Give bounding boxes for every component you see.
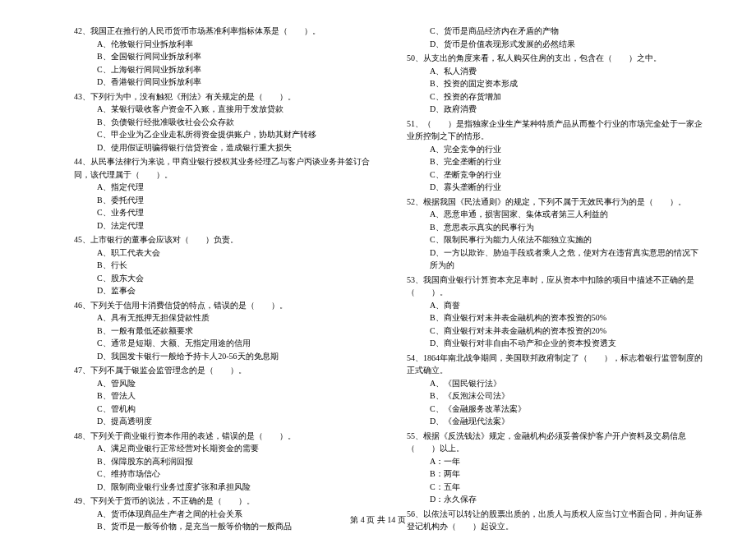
option-c: C、业务代理 xyxy=(74,206,374,219)
question-46: 46、下列关于信用卡消费信贷的特点，错误的是（ ）。 A、具有无抵押无担保贷款性… xyxy=(74,299,374,363)
question-text: 50、从支出的角度来看，私人购买住房的支出，包含在（ ）之中。 xyxy=(407,52,707,65)
option-a: A、伦敦银行同业拆放利率 xyxy=(74,38,374,51)
question-text: 47、下列不属于银监会监管理念的是（ ）。 xyxy=(74,364,374,377)
option-b: B、负债银行经批准吸收社会公众存款 xyxy=(74,116,374,129)
option-a: A、满足商业银行正常经营对长期资金的需要 xyxy=(74,442,374,455)
question-text: 52、根据我国《民法通则》的规定，下列不属于无效民事行为的是（ ）。 xyxy=(407,196,707,209)
option-c: C、商业银行对未并表金融机构的资本投资的20% xyxy=(407,325,707,338)
option-b: B、管法人 xyxy=(74,389,374,403)
question-text: 48、下列关于商业银行资本作用的表述，错误的是（ ）。 xyxy=(74,430,374,443)
option-b: B、委托代理 xyxy=(74,194,374,207)
question-text: 53、我国商业银行计算资本充足率时，应从资本中扣除的项目中描述不正确的是（ ）。 xyxy=(407,274,707,299)
question-42: 42、我国正在推行的人民币货币市场基准利率指标体系是（ ）。 A、伦敦银行同业拆… xyxy=(74,25,374,89)
question-55: 55、根据《反洗钱法》规定，金融机构必须妥善保护客户开户资料及交易信息（ ）以上… xyxy=(407,430,707,506)
option-a: A、职工代表大会 xyxy=(74,246,374,260)
page-footer: 第 4 页 共 14 页 xyxy=(0,514,756,526)
option-a: A、《国民银行法》 xyxy=(407,377,707,390)
option-a: A、恶意串通，损害国家、集体或者第三人利益的 xyxy=(407,208,707,221)
option-b: B、保障股东的高利润回报 xyxy=(74,455,374,468)
option-a: A、私人消费 xyxy=(407,65,707,78)
option-d: D、政府消费 xyxy=(407,103,707,116)
option-c: C、通常是短期、大额、无指定用途的信用 xyxy=(74,337,374,350)
option-b: B、意思表示真实的民事行为 xyxy=(407,221,707,234)
option-a: A、完全竞争的行业 xyxy=(407,143,707,156)
option-c: C、管机构 xyxy=(74,403,374,416)
question-48: 48、下列关于商业银行资本作用的表述，错误的是（ ）。 A、满足商业银行正常经营… xyxy=(74,430,374,494)
option-d: D、法定代理 xyxy=(74,219,374,232)
right-column: C、货币是商品经济内在矛盾的产物 D、货币是价值表现形式发展的必然结果 50、从… xyxy=(407,25,707,534)
option-b: B、一般有最低还款额要求 xyxy=(74,325,374,338)
question-text: 44、从民事法律行为来说，甲商业银行授权其业务经理乙与客户丙谈业务并签订合同，该… xyxy=(74,155,374,181)
option-c: C：五年 xyxy=(407,481,707,494)
question-text: 45、上市银行的董事会应该对（ ）负责。 xyxy=(74,233,374,246)
option-b: B、投资的固定资本形成 xyxy=(407,77,707,90)
question-54: 54、1864年南北战争期间，美国联邦政府制定了（ ），标志着银行监管制度的正式… xyxy=(407,352,707,428)
option-b: B、行长 xyxy=(74,259,374,272)
option-c: C、限制民事行为能力人依法不能独立实施的 xyxy=(407,233,707,246)
question-text: 51、（ ）是指独家企业生产某种特质产品从而整个行业的市场完全处于一家企业所控制… xyxy=(407,117,707,143)
question-text: 49、下列关于货币的说法，不正确的是（ ）。 xyxy=(74,495,374,508)
question-43: 43、下列行为中，没有触犯《刑法》有关规定的是（ ）。 A、某银行吸收客户资金不… xyxy=(74,90,374,154)
question-47: 47、下列不属于银监会监管理念的是（ ）。 A、管风险 B、管法人 C、管机构 … xyxy=(74,364,374,428)
question-53: 53、我国商业银行计算资本充足率时，应从资本中扣除的项目中描述不正确的是（ ）。… xyxy=(407,274,707,350)
option-a: A、某银行吸收客户资金不入账，直接用于发放贷款 xyxy=(74,103,374,116)
option-d: D、寡头垄断的行业 xyxy=(407,181,707,194)
option-a: A、管风险 xyxy=(74,377,374,390)
option-a: A、具有无抵押无担保贷款性质 xyxy=(74,311,374,325)
question-44: 44、从民事法律行为来说，甲商业银行授权其业务经理乙与客户丙谈业务并签订合同，该… xyxy=(74,155,374,232)
question-text: 42、我国正在推行的人民币货币市场基准利率指标体系是（ ）。 xyxy=(74,25,374,38)
option-d: D、香港银行间同业拆放利率 xyxy=(74,76,374,89)
page-container: 42、我国正在推行的人民币货币市场基准利率指标体系是（ ）。 A、伦敦银行同业拆… xyxy=(0,0,756,534)
option-b: B、《反泡沫公司法》 xyxy=(407,389,707,403)
option-d: D、《金融现代法案》 xyxy=(407,415,707,428)
option-c: C、垄断竞争的行业 xyxy=(407,168,707,182)
question-text: 54、1864年南北战争期间，美国联邦政府制定了（ ），标志着银行监管制度的正式… xyxy=(407,352,707,377)
option-c: C、投资的存货增加 xyxy=(407,90,707,104)
question-50: 50、从支出的角度来看，私人购买住房的支出，包含在（ ）之中。 A、私人消费 B… xyxy=(407,52,707,116)
option-b: B、商业银行对未并表金融机构的资本投资的50% xyxy=(407,311,707,325)
left-column: 42、我国正在推行的人民币货币市场基准利率指标体系是（ ）。 A、伦敦银行同业拆… xyxy=(74,25,374,534)
option-b: B、完全垄断的行业 xyxy=(407,155,707,168)
option-c: C、《金融服务改革法案》 xyxy=(407,403,707,416)
option-d: D、监事会 xyxy=(74,284,374,297)
option-a: A、商誉 xyxy=(407,299,707,312)
question-text: 55、根据《反洗钱法》规定，金融机构必须妥善保护客户开户资料及交易信息（ ）以上… xyxy=(407,430,707,455)
option-c: C、货币是商品经济内在矛盾的产物 xyxy=(407,25,707,38)
option-c: C、维持市场信心 xyxy=(74,467,374,481)
question-51: 51、（ ）是指独家企业生产某种特质产品从而整个行业的市场完全处于一家企业所控制… xyxy=(407,117,707,194)
option-c: C、甲企业为乙企业走私所得资金提供账户，协助其财产转移 xyxy=(74,128,374,141)
option-a: A：一年 xyxy=(407,455,707,468)
option-d: D、商业银行对非自由不动产和企业的资本投资透支 xyxy=(407,337,707,350)
option-a: A、指定代理 xyxy=(74,181,374,194)
option-b: B：两年 xyxy=(407,467,707,481)
option-b: B、全国银行间同业拆放利率 xyxy=(74,50,374,63)
question-text: 43、下列行为中，没有触犯《刑法》有关规定的是（ ）。 xyxy=(74,90,374,104)
option-d: D：永久保存 xyxy=(407,493,707,506)
option-d: D、提高透明度 xyxy=(74,415,374,428)
question-text: 46、下列关于信用卡消费信贷的特点，错误的是（ ）。 xyxy=(74,299,374,312)
question-49-cont: C、货币是商品经济内在矛盾的产物 D、货币是价值表现形式发展的必然结果 xyxy=(407,25,707,50)
option-d: D、我国发卡银行一般给予持卡人20-56天的免息期 xyxy=(74,350,374,363)
option-d: D、限制商业银行业务过度扩张和承担风险 xyxy=(74,481,374,494)
question-52: 52、根据我国《民法通则》的规定，下列不属于无效民事行为的是（ ）。 A、恶意串… xyxy=(407,196,707,272)
option-d: D、一方以欺诈、胁迫手段或者乘人之危，使对方在违背真实意思的情况下所为的 xyxy=(407,246,707,272)
option-c: C、上海银行间同业拆放利率 xyxy=(74,63,374,76)
option-c: C、股东大会 xyxy=(74,272,374,285)
option-d: D、货币是价值表现形式发展的必然结果 xyxy=(407,38,707,51)
option-d: D、使用假证明骗得银行信贷资金，造成银行重大损失 xyxy=(74,141,374,154)
question-45: 45、上市银行的董事会应该对（ ）负责。 A、职工代表大会 B、行长 C、股东大… xyxy=(74,233,374,297)
